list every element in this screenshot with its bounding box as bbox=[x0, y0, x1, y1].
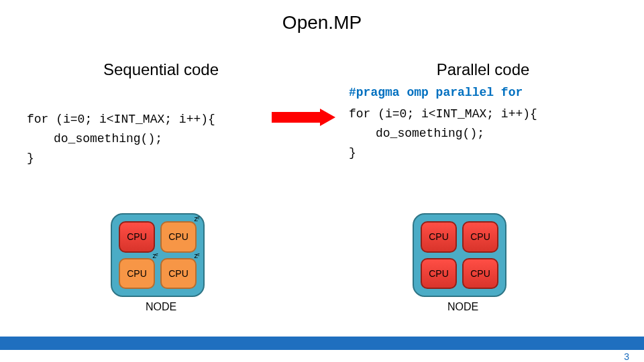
cpu-label: CPU bbox=[470, 268, 490, 279]
columns: Sequential code for (i=0; i<INT_MAX; i++… bbox=[0, 60, 644, 168]
parallel-heading: Parallel code bbox=[342, 60, 624, 79]
cpu-idle: zᶻ CPU bbox=[160, 258, 197, 290]
node-label: NODE bbox=[111, 301, 211, 313]
seq-code-body: do_something(); bbox=[54, 129, 302, 149]
node-box: CPU CPU CPU CPU bbox=[413, 213, 506, 297]
page-number: 3 bbox=[624, 351, 629, 362]
par-code-body: do_something(); bbox=[376, 124, 624, 143]
node-label: NODE bbox=[413, 301, 513, 313]
cpu-label: CPU bbox=[470, 231, 490, 242]
page-title: Open.MP bbox=[0, 0, 644, 34]
red-arrow-icon bbox=[272, 109, 335, 126]
cpu-label: CPU bbox=[168, 268, 189, 279]
cpu-label: CPU bbox=[429, 231, 449, 242]
cpu-label: CPU bbox=[127, 268, 147, 279]
cpu-idle: zᶻ CPU bbox=[119, 258, 155, 290]
sleep-icon: zᶻ bbox=[153, 251, 158, 260]
cpu-active: CPU bbox=[119, 221, 155, 253]
seq-code-close: } bbox=[27, 149, 302, 168]
cpu-idle: zᶻ CPU bbox=[160, 221, 197, 253]
sleep-icon: zᶻ bbox=[195, 215, 200, 223]
node-box: CPU zᶻ CPU zᶻ CPU zᶻ CPU bbox=[111, 213, 205, 297]
cpu-active: CPU bbox=[462, 221, 498, 253]
cpu-active: CPU bbox=[421, 221, 457, 253]
par-code-for: for (i=0; i<INT_MAX; i++){ bbox=[349, 105, 624, 124]
sequential-heading: Sequential code bbox=[20, 60, 302, 79]
node-sequential: CPU zᶻ CPU zᶻ CPU zᶻ CPU NODE bbox=[111, 213, 211, 313]
pragma-line: #pragma omp parallel for bbox=[349, 86, 624, 99]
parallel-column: Parallel code #pragma omp parallel for f… bbox=[322, 60, 644, 168]
node-parallel: CPU CPU CPU CPU NODE bbox=[413, 213, 513, 313]
cpu-active: CPU bbox=[421, 258, 457, 290]
sleep-icon: zᶻ bbox=[195, 251, 200, 260]
cpu-active: CPU bbox=[462, 258, 498, 290]
cpu-label: CPU bbox=[429, 268, 449, 279]
seq-code-for: for (i=0; i<INT_MAX; i++){ bbox=[27, 110, 302, 129]
cpu-label: CPU bbox=[127, 231, 147, 242]
cpu-label: CPU bbox=[168, 231, 189, 242]
par-code-close: } bbox=[349, 143, 624, 163]
footer-bar bbox=[0, 337, 644, 350]
